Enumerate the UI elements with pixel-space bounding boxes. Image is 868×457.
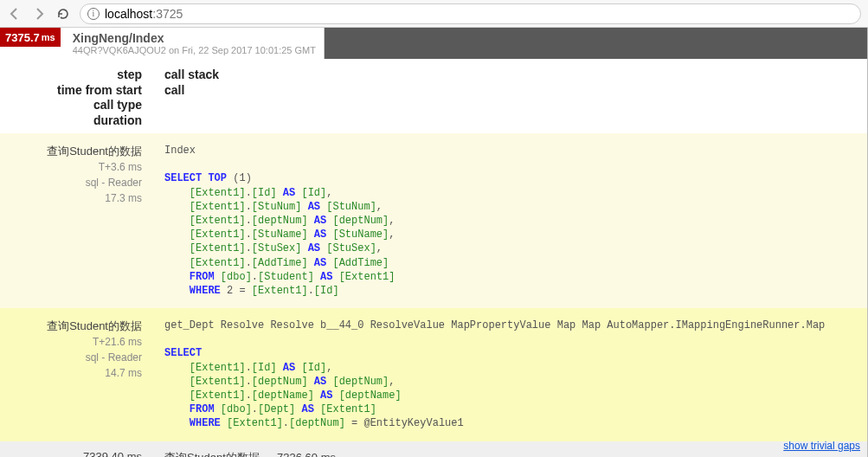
profiler-step: 查询Student的数据T+21.6 mssql - Reader14.7 ms… [0,308,867,441]
header-call: call [164,83,867,99]
timing-badge-value: 7375.7 [5,31,40,44]
header-duration: duration [0,113,142,129]
header-call-type: call type [0,98,142,113]
address-bar[interactable]: i localhost:3725 [80,3,861,24]
step-duration: 17.3 ms [0,190,142,206]
show-trivial-gaps-link[interactable]: show trivial gaps [783,440,860,452]
summary-row: 7339.40 ms 查询Student的数据 — 7336.60 ms [0,441,867,457]
step-sql: get_Dept Resolve Resolve b__44_0 Resolve… [147,308,867,441]
summary-text: 查询Student的数据 — 7336.60 ms [147,441,867,457]
step-time-from-start: T+21.6 ms [0,334,142,350]
step-call-type: sql - Reader [0,350,142,365]
column-headers: step time from start call type duration … [0,59,867,133]
profiler-step: 查询Student的数据T+3.6 mssql - Reader17.3 msI… [0,133,867,308]
url-port: :3725 [152,7,183,21]
reload-icon[interactable] [55,6,71,22]
timing-badge-unit: ms [42,32,55,42]
summary-duration: 7339.40 ms [0,441,147,457]
header-step: step [0,68,142,83]
step-call-stack: Index [164,145,196,157]
profiler-tab-subtitle: 44QR?VQK6AJQOU2 on Fri, 22 Sep 2017 10:0… [73,45,312,55]
profiler-header: 7375.7 ms XingNeng/Index 44QR?VQK6AJQOU2… [0,28,867,59]
url-host: localhost [105,7,152,21]
url-text: localhost:3725 [105,7,183,21]
browser-toolbar: i localhost:3725 [0,0,868,28]
step-time-from-start: T+3.6 ms [0,159,142,175]
step-sql: Index SELECT TOP (1) [Extent1].[Id] AS [… [147,133,867,308]
forward-icon[interactable] [31,6,47,22]
header-call-stack: call stack [164,68,867,83]
step-call-stack: get_Dept Resolve Resolve b__44_0 Resolve… [164,319,825,331]
back-icon[interactable] [7,6,23,22]
profiler-panel: 7375.7 ms XingNeng/Index 44QR?VQK6AJQOU2… [0,28,868,457]
site-info-icon[interactable]: i [87,8,100,20]
header-fill [325,28,867,59]
step-title: 查询Student的数据 [0,319,142,334]
step-call-type: sql - Reader [0,175,142,190]
step-duration: 14.7 ms [0,365,142,381]
profiler-tab[interactable]: XingNeng/Index 44QR?VQK6AJQOU2 on Fri, 2… [61,28,325,59]
timing-badge[interactable]: 7375.7 ms [0,28,61,47]
profiler-tab-title: XingNeng/Index [73,31,312,45]
step-title: 查询Student的数据 [0,144,142,159]
header-time-from-start: time from start [0,83,142,99]
